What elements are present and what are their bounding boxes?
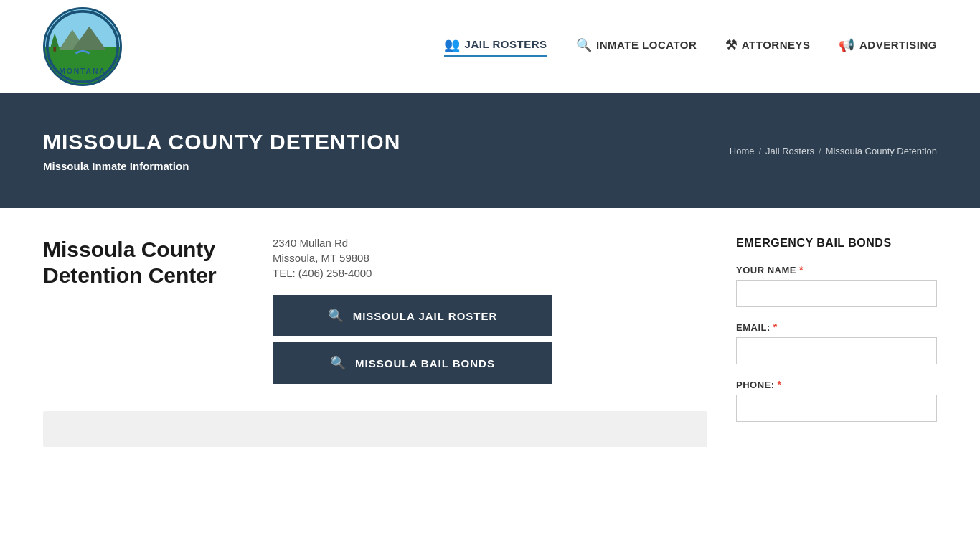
page-subtitle: Missoula Inmate Information [43,160,400,172]
gray-bar [43,411,707,447]
phone-label: PHONE: * [736,379,937,390]
phone-field-group: PHONE: * [736,379,937,422]
svg-text:MONTANA: MONTANA [59,67,106,75]
page-title: MISSOULA COUNTY DETENTION [43,130,400,154]
nav-inmate-locator[interactable]: 🔍 INMATE LOCATOR [576,37,697,56]
right-sidebar: EMERGENCY BAIL BONDS Your Name * EMAIL: … [736,237,937,436]
people-icon: 👥 [444,37,461,52]
hero-banner: MISSOULA COUNTY DETENTION Missoula Inmat… [0,93,980,208]
email-label: EMAIL: * [736,321,937,333]
phone-required: * [778,379,782,390]
facility-info: 2340 Mullan Rd Missoula, MT 59808 TEL: (… [273,237,707,390]
megaphone-icon: 📢 [839,37,855,53]
breadcrumb: Home / Jail Rosters / Missoula County De… [730,146,937,156]
breadcrumb-sep2: / [819,146,821,156]
logo-area: MONTANA [43,7,122,86]
name-input[interactable] [736,280,937,307]
left-panel: Missoula County Detention Center 2340 Mu… [43,237,707,447]
hero-left: MISSOULA COUNTY DETENTION Missoula Inmat… [43,130,400,172]
breadcrumb-jail-rosters[interactable]: Jail Rosters [765,146,814,156]
nav-attorneys[interactable]: ⚒ ATTORNEYS [725,37,810,56]
email-field-group: EMAIL: * [736,321,937,364]
bail-bonds-button[interactable]: 🔍 MISSOULA BAIL BONDS [273,342,552,384]
nav-jail-rosters[interactable]: 👥 JAIL ROSTERS [444,37,547,57]
breadcrumb-current: Missoula County Detention [826,146,937,156]
facility-address1: 2340 Mullan Rd [273,237,707,249]
name-label: Your Name * [736,264,937,276]
facility-name: Missoula County Detention Center [43,237,244,288]
search-icon: 🔍 [576,37,593,53]
bail-form-title: EMERGENCY BAIL BONDS [736,237,937,250]
facility-address2: Missoula, MT 59808 [273,252,707,264]
email-input[interactable] [736,337,937,364]
facility-card: Missoula County Detention Center 2340 Mu… [43,237,707,390]
jail-roster-button[interactable]: 🔍 MISSOULA JAIL ROSTER [273,295,552,336]
phone-input[interactable] [736,395,937,422]
breadcrumb-sep1: / [758,146,761,156]
site-header: MONTANA 👥 JAIL ROSTERS 🔍 INMATE LOCATOR … [0,0,980,93]
breadcrumb-home[interactable]: Home [730,146,755,156]
nav-advertising[interactable]: 📢 ADVERTISING [839,37,937,56]
search-icon-roster: 🔍 [328,308,344,324]
name-required: * [799,264,804,276]
gavel-icon: ⚒ [725,37,738,53]
main-nav: 👥 JAIL ROSTERS 🔍 INMATE LOCATOR ⚒ ATTORN… [444,37,937,57]
main-content: Missoula County Detention Center 2340 Mu… [0,208,980,476]
bail-bonds-form: EMERGENCY BAIL BONDS Your Name * EMAIL: … [736,237,937,422]
logo-circle: MONTANA [43,7,122,86]
facility-tel: TEL: (406) 258-4000 [273,267,707,279]
email-required: * [773,321,778,333]
search-icon-bail: 🔍 [330,355,347,371]
svg-rect-1 [45,47,120,84]
name-field-group: Your Name * [736,264,937,307]
